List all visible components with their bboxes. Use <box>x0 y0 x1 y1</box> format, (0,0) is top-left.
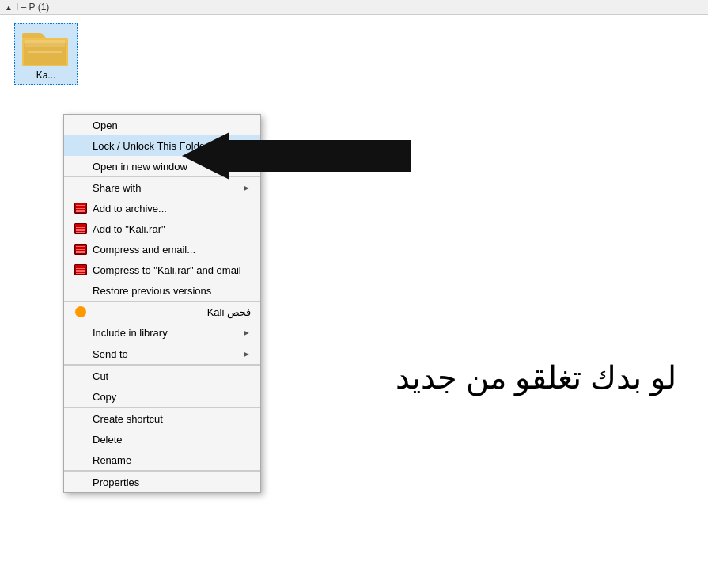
menu-item-include-library[interactable]: Include in library ► <box>64 322 260 343</box>
menu-item-add-kali-rar[interactable]: Add to "Kali.rar" <box>64 218 260 239</box>
desktop: Ka... Open Lock / Unlock This Folder Ope… <box>0 15 708 586</box>
rar-icon-compress-kali <box>74 264 88 276</box>
open-new-window-label: Open in new window <box>93 161 251 173</box>
menu-item-open[interactable]: Open <box>64 115 260 135</box>
share-with-arrow: ► <box>242 183 251 192</box>
include-library-arrow: ► <box>242 328 251 337</box>
copy-label: Copy <box>93 391 251 403</box>
delete-label: Delete <box>93 434 251 446</box>
compress-kali-email-label: Compress to "Kali.rar" and email <box>93 264 251 276</box>
menu-item-create-shortcut[interactable]: Create shortcut <box>64 408 260 429</box>
menu-item-compress-email[interactable]: Compress and email... <box>64 239 260 260</box>
rar-icon-kali <box>74 222 88 235</box>
rar-icon-add <box>74 202 88 214</box>
delete-icon <box>74 433 88 446</box>
menu-item-add-archive[interactable]: Add to archive... <box>64 198 260 218</box>
lock-icon <box>74 139 88 152</box>
folder-icon <box>22 27 70 68</box>
menu-item-properties[interactable]: Properties <box>64 471 260 492</box>
menu-item-copy[interactable]: Copy <box>64 386 260 408</box>
menu-item-compress-kali-email[interactable]: Compress to "Kali.rar" and email <box>64 260 260 280</box>
library-icon <box>74 326 88 339</box>
kali-inspect-label: فحص Kali <box>93 306 251 318</box>
cut-label: Cut <box>93 370 251 382</box>
svg-rect-3 <box>25 40 65 47</box>
add-kali-rar-label: Add to "Kali.rar" <box>93 223 251 235</box>
open-new-window-icon <box>74 160 88 173</box>
arabic-text: لو بدك تغلقو من جديد <box>396 359 676 396</box>
open-label: Open <box>93 119 251 131</box>
share-icon <box>74 181 88 194</box>
menu-item-kali-inspect[interactable]: فحص Kali <box>64 302 260 322</box>
menu-item-share-with[interactable]: Share with ► <box>64 177 260 198</box>
include-library-label: Include in library <box>93 327 242 339</box>
menu-item-delete[interactable]: Delete <box>64 429 260 450</box>
cut-icon <box>74 370 88 382</box>
menu-item-open-new-window[interactable]: Open in new window <box>64 156 260 177</box>
send-to-label: Send to <box>93 348 242 360</box>
context-menu: Open Lock / Unlock This Folder Open in n… <box>63 114 261 493</box>
restore-icon <box>74 284 88 297</box>
menu-item-cut[interactable]: Cut <box>64 365 260 386</box>
title-bar-icon: ▲ <box>5 3 13 12</box>
create-shortcut-label: Create shortcut <box>93 413 251 425</box>
folder-item[interactable]: Ka... <box>14 23 78 85</box>
copy-icon <box>74 390 88 403</box>
shortcut-icon <box>74 412 88 425</box>
properties-icon <box>74 476 88 488</box>
menu-item-restore[interactable]: Restore previous versions <box>64 280 260 302</box>
menu-item-send-to[interactable]: Send to ► <box>64 343 260 365</box>
compress-email-label: Compress and email... <box>93 244 251 256</box>
kali-inspect-icon <box>74 305 88 318</box>
svg-rect-4 <box>28 51 62 53</box>
add-archive-label: Add to archive... <box>93 203 251 214</box>
rename-label: Rename <box>93 454 251 466</box>
rename-icon <box>74 453 88 466</box>
menu-item-lock-unlock[interactable]: Lock / Unlock This Folder <box>64 135 260 156</box>
title-bar-title: I – P (1) <box>16 2 49 13</box>
send-to-arrow: ► <box>242 349 251 358</box>
send-to-icon <box>74 347 88 360</box>
lock-unlock-label: Lock / Unlock This Folder <box>93 140 251 152</box>
title-bar: ▲ I – P (1) <box>0 0 708 15</box>
menu-item-rename[interactable]: Rename <box>64 450 260 471</box>
share-with-label: Share with <box>93 182 242 194</box>
restore-label: Restore previous versions <box>93 285 251 297</box>
properties-label: Properties <box>93 476 251 488</box>
folder-label: Ka... <box>18 70 74 81</box>
rar-icon-compress <box>74 243 88 256</box>
open-icon <box>74 119 88 131</box>
